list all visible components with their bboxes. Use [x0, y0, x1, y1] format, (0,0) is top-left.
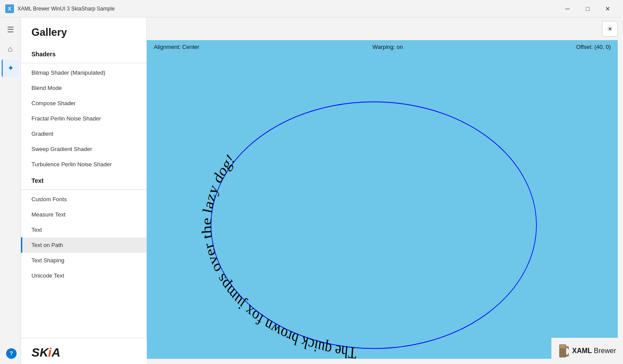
- section-text: Text: [21, 172, 146, 188]
- svg-text:SK: SK: [31, 346, 49, 359]
- hamburger-menu-icon[interactable]: ☰: [2, 21, 19, 38]
- sidebar-item-turbulence-perlin[interactable]: Turbulence Perlin Noise Shader: [21, 157, 146, 172]
- maximize-button[interactable]: □: [578, 0, 598, 17]
- sidebar-item-text-on-path[interactable]: Text on Path: [21, 237, 146, 253]
- main-content: ☀ Alignment: Center Warping: on Offset: …: [147, 17, 623, 364]
- skia-logo-svg: SK i A: [31, 343, 66, 359]
- skia-logo: SK i A: [21, 338, 147, 364]
- sidebar-item-blend-mode[interactable]: Blend Mode: [21, 80, 146, 96]
- divider-shaders: [21, 63, 146, 63]
- sidebar-item-gradient[interactable]: Gradient: [21, 126, 146, 141]
- divider-text: [21, 189, 146, 190]
- xaml-text: XAML: [572, 347, 592, 354]
- sidebar-item-bitmap-shader[interactable]: Bitmap Shader (Manipulated): [21, 65, 146, 80]
- canvas-svg: The quick brown fox jumps over the lazy …: [147, 40, 618, 359]
- sidebar-item-text-shaping[interactable]: Text Shaping: [21, 253, 146, 268]
- sidebar-item-sweep-gradient[interactable]: Sweep Gradient Shader: [21, 141, 146, 157]
- sidebar-item-unicode-text[interactable]: Unicode Text: [21, 268, 146, 283]
- top-bar: ☀: [147, 17, 623, 40]
- sidebar-title: Gallery: [21, 17, 146, 45]
- home-icon[interactable]: ⌂: [2, 40, 19, 58]
- beer-mug-icon: [558, 343, 569, 359]
- app-body: ☰ ⌂ ✦ Gallery Shaders Bitmap Shader (Man…: [0, 17, 623, 364]
- brewer-text: Brewer: [594, 347, 616, 354]
- sidebar-item-measure-text[interactable]: Measure Text: [21, 207, 146, 222]
- sidebar-item-text[interactable]: Text: [21, 222, 146, 237]
- sidebar-item-compose-shader[interactable]: Compose Shader: [21, 96, 146, 111]
- gallery-icon[interactable]: ✦: [2, 59, 19, 77]
- svg-text:The quick brown fox jumps over: The quick brown fox jumps over the lazy …: [199, 150, 357, 359]
- sidebar-item-custom-fonts[interactable]: Custom Fonts: [21, 192, 146, 207]
- minimize-button[interactable]: ─: [557, 0, 578, 17]
- icon-rail: ☰ ⌂ ✦: [0, 17, 21, 364]
- window-title: XAML Brewer WinUI 3 SkiaSharp Sample: [17, 6, 557, 12]
- app-icon: X: [5, 4, 14, 13]
- canvas-area: Alignment: Center Warping: on Offset: (4…: [147, 40, 618, 359]
- xaml-brewer-text: XAML Brewer: [572, 347, 616, 355]
- close-button[interactable]: ✕: [598, 0, 618, 17]
- help-button[interactable]: ?: [6, 348, 17, 359]
- xaml-brewer-logo: XAML Brewer: [551, 338, 623, 364]
- theme-toggle-button[interactable]: ☀: [602, 21, 618, 37]
- svg-rect-6: [560, 345, 566, 348]
- section-shaders: Shaders: [21, 45, 146, 61]
- sidebar: Gallery Shaders Bitmap Shader (Manipulat…: [21, 17, 147, 364]
- svg-text:A: A: [51, 346, 60, 359]
- titlebar: X XAML Brewer WinUI 3 SkiaSharp Sample ─…: [0, 0, 623, 17]
- window-controls: ─ □ ✕: [557, 0, 618, 17]
- sidebar-item-fractal-perlin[interactable]: Fractal Perlin Noise Shader: [21, 111, 146, 126]
